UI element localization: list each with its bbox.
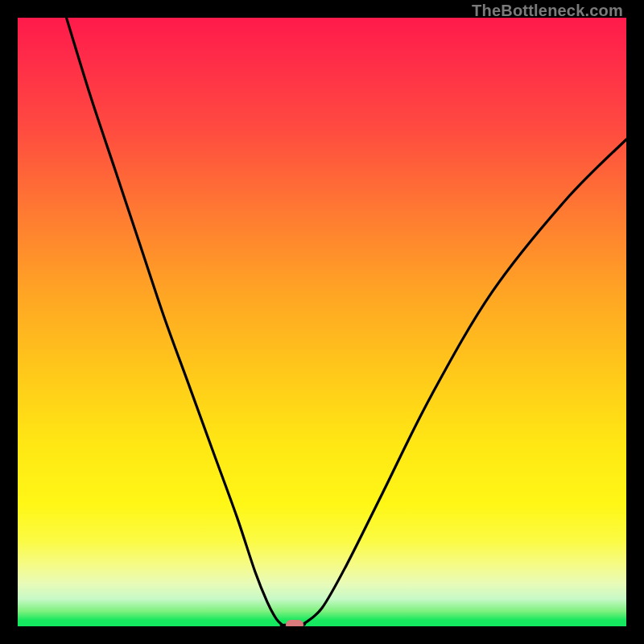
bottleneck-curve: [18, 18, 626, 626]
optimum-marker: [286, 620, 303, 626]
attribution-text: TheBottleneck.com: [472, 2, 623, 20]
plot-area: [18, 18, 626, 626]
chart-frame: TheBottleneck.com: [0, 0, 644, 644]
